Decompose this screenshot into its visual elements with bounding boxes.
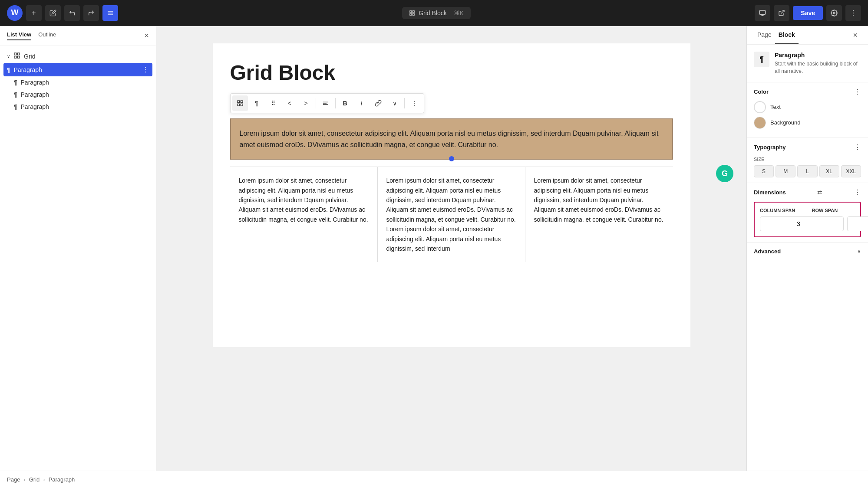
toolbar-divider-2 — [335, 98, 336, 108]
sidebar-tree: ∨ Grid ¶ Paragraph ⋮ ¶ Paragraph ¶ Parag… — [0, 46, 156, 471]
canvas[interactable]: Grid Block ¶ ⠿ < > B I ∨ — [156, 26, 746, 471]
svg-rect-7 — [760, 10, 766, 14]
svg-point-11 — [833, 12, 835, 14]
dimensions-reset-icon[interactable]: ⇄ — [817, 189, 822, 196]
paragraph-text: Lorem ipsum dolor sit amet, consectetur … — [240, 128, 663, 150]
monitor-button[interactable] — [755, 5, 770, 21]
tab-page[interactable]: Page — [754, 26, 775, 44]
svg-rect-3 — [410, 10, 412, 12]
size-xl-button[interactable]: XL — [819, 165, 839, 177]
toolbar-more-button[interactable]: ⋮ — [406, 95, 422, 111]
tab-block[interactable]: Block — [775, 26, 799, 44]
topbar-center[interactable]: Grid Block ⌘K — [402, 7, 471, 19]
dimensions-section-more[interactable]: ⋮ — [854, 188, 861, 197]
background-color-swatch[interactable] — [754, 117, 766, 129]
breadcrumb-sep-1: › — [23, 476, 25, 483]
advanced-chevron-icon[interactable]: ∨ — [857, 248, 861, 254]
grid-col-3: Lorem ipsum dolor sit amet, consectetur … — [525, 167, 673, 262]
dimensions-section-title: Dimensions — [754, 189, 786, 196]
size-s-button[interactable]: S — [754, 165, 774, 177]
tree-item-paragraph-active[interactable]: ¶ Paragraph ⋮ — [3, 63, 152, 76]
dimensions-section-header: Dimensions ⇄ ⋮ — [754, 188, 861, 197]
canvas-inner: Grid Block ¶ ⠿ < > B I ∨ — [213, 43, 690, 347]
block-info-description: Start with the basic building block of a… — [775, 60, 861, 75]
topbar-left: W + — [7, 5, 118, 21]
more-options-button[interactable]: ⋮ — [845, 5, 861, 21]
tree-item-paragraph-2[interactable]: ¶ Paragraph — [0, 76, 156, 88]
settings-button[interactable] — [826, 5, 842, 21]
svg-line-10 — [781, 10, 784, 13]
column-span-input[interactable] — [760, 216, 844, 231]
undo-button[interactable] — [64, 5, 80, 21]
tab-list-view[interactable]: List View — [7, 31, 31, 40]
left-sidebar: List View Outline × ∨ Grid ¶ Paragraph ⋮ — [0, 26, 156, 471]
color-text-row: Text — [754, 101, 861, 113]
tab-outline[interactable]: Outline — [38, 31, 56, 40]
sidebar-header: List View Outline × — [0, 26, 156, 46]
size-xxl-button[interactable]: XXL — [841, 165, 861, 177]
tree-item-grid[interactable]: ∨ Grid — [0, 49, 156, 63]
svg-rect-12 — [14, 53, 17, 55]
block-info-icon: ¶ — [754, 52, 769, 67]
tree-item-paragraph-3[interactable]: ¶ Paragraph — [0, 88, 156, 101]
svg-rect-14 — [14, 56, 17, 58]
typography-section-title: Typography — [754, 144, 785, 151]
tree-item-label-paragraph-3: Paragraph — [21, 91, 149, 98]
color-section-title: Color — [754, 88, 769, 95]
tree-item-label-paragraph-2: Paragraph — [21, 79, 149, 86]
toolbar-grid-button[interactable] — [232, 95, 248, 111]
redo-button[interactable] — [83, 5, 99, 21]
toolbar-link-button[interactable] — [370, 95, 386, 111]
topbar: W + Grid Block ⌘K Save ⋮ — [0, 0, 868, 26]
list-view-button[interactable] — [102, 5, 118, 21]
color-section: Color ⋮ Text Background — [747, 82, 868, 138]
grammarly-badge: G — [716, 165, 733, 182]
add-button[interactable]: + — [26, 5, 42, 21]
more-options-icon[interactable]: ⋮ — [142, 66, 149, 74]
external-link-button[interactable] — [774, 5, 789, 21]
svg-rect-5 — [410, 13, 412, 15]
wp-logo: W — [7, 5, 23, 21]
breadcrumb: Page › Grid › Paragraph — [0, 471, 868, 488]
grid-col-1-text: Lorem ipsum dolor sit amet, consectetur … — [239, 176, 369, 224]
paragraph-icon-3: ¶ — [14, 91, 17, 98]
page-title: Grid Block — [419, 10, 447, 16]
grid-col-2: Lorem ipsum dolor sit amet, consectetur … — [378, 167, 525, 262]
size-m-button[interactable]: M — [776, 165, 795, 177]
row-span-input[interactable] — [847, 216, 868, 231]
breadcrumb-paragraph[interactable]: Paragraph — [49, 476, 75, 483]
advanced-row[interactable]: Advanced ∨ — [754, 248, 861, 255]
toolbar-drag-button[interactable]: ⠿ — [265, 95, 281, 111]
color-section-header: Color ⋮ — [754, 88, 861, 96]
svg-rect-13 — [17, 53, 20, 55]
size-l-button[interactable]: L — [797, 165, 817, 177]
color-section-more[interactable]: ⋮ — [854, 88, 861, 96]
tree-item-paragraph-4[interactable]: ¶ Paragraph — [0, 101, 156, 113]
edit-button[interactable] — [45, 5, 61, 21]
text-color-swatch[interactable] — [754, 101, 766, 113]
toolbar-italic-button[interactable]: I — [354, 95, 370, 111]
toolbar-align-button[interactable] — [318, 95, 333, 111]
highlighted-paragraph[interactable]: Lorem ipsum dolor sit amet, consectetur … — [230, 118, 673, 160]
toolbar-nav-next-button[interactable]: > — [298, 95, 314, 111]
toolbar-paragraph-button[interactable]: ¶ — [249, 95, 264, 111]
drag-handle[interactable] — [449, 156, 454, 161]
block-info-text: Paragraph Start with the basic building … — [775, 52, 861, 75]
paragraph-icon-2: ¶ — [14, 79, 17, 86]
block-info: ¶ Paragraph Start with the basic buildin… — [747, 45, 868, 82]
sidebar-close-button[interactable]: × — [144, 31, 149, 40]
typography-section-more[interactable]: ⋮ — [854, 143, 861, 151]
right-panel: Page Block × ¶ Paragraph Start with the … — [746, 26, 868, 471]
grid-layout: Lorem ipsum dolor sit amet, consectetur … — [230, 167, 673, 262]
right-panel-close-button[interactable]: × — [849, 26, 861, 44]
breadcrumb-grid[interactable]: Grid — [29, 476, 40, 483]
grid-col-3-text: Lorem ipsum dolor sit amet, consectetur … — [534, 176, 664, 224]
toolbar-nav-prev-button[interactable]: < — [282, 95, 297, 111]
breadcrumb-page[interactable]: Page — [7, 476, 20, 483]
toolbar-bold-button[interactable]: B — [337, 95, 353, 111]
breadcrumb-sep-2: › — [43, 476, 45, 483]
toolbar-dropdown-button[interactable]: ∨ — [387, 95, 403, 111]
save-button[interactable]: Save — [793, 6, 823, 20]
paragraph-icon-4: ¶ — [14, 103, 17, 110]
paragraph-icon: ¶ — [7, 66, 10, 73]
